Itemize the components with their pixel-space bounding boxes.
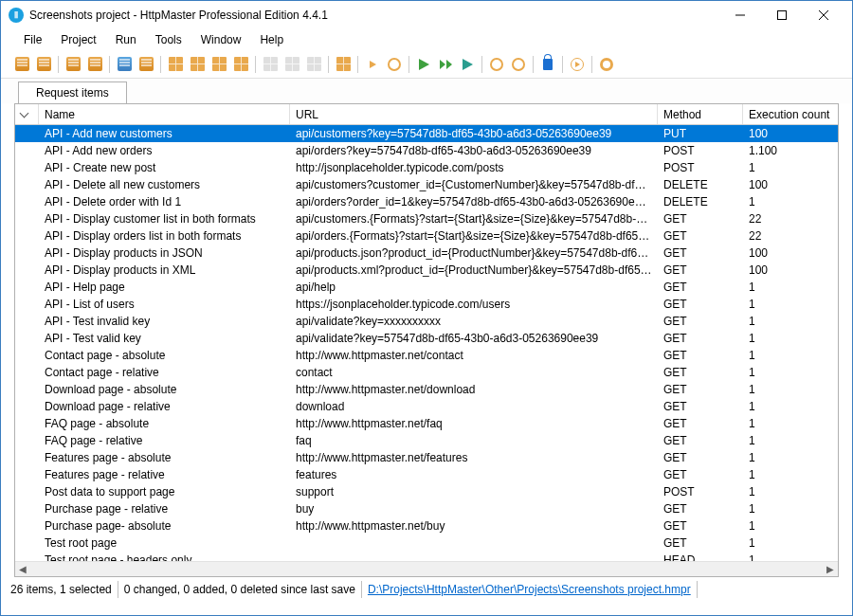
run-selected-button[interactable]	[458, 55, 477, 74]
menu-project[interactable]: Project	[51, 30, 105, 49]
table-row[interactable]: API - Test invalid keyapi/validate?key=x…	[15, 313, 838, 330]
add-item-button[interactable]	[166, 55, 185, 74]
table-row[interactable]: Features page - absolutehttp://www.httpm…	[15, 449, 838, 466]
menu-tools[interactable]: Tools	[146, 30, 191, 49]
col-exec[interactable]: Execution count	[743, 104, 838, 124]
menu-file[interactable]: File	[14, 30, 51, 49]
table-row[interactable]: API - Display products in JSONapi/produc…	[15, 245, 838, 262]
menu-help[interactable]: Help	[250, 30, 293, 49]
table-row[interactable]: API - Create new posthttp://jsonplacehol…	[15, 159, 838, 176]
table-row[interactable]: API - Delete order with Id 1api/orders?o…	[15, 193, 838, 210]
minimize-button[interactable]	[719, 1, 761, 29]
save-button[interactable]	[64, 55, 82, 74]
col-name[interactable]: Name	[39, 104, 290, 124]
disabled-1-button[interactable]	[261, 55, 280, 74]
cell-name: API - Delete all new customers	[39, 178, 290, 191]
close-button[interactable]	[803, 1, 844, 29]
table-row[interactable]: API - Delete all new customersapi/custom…	[15, 176, 838, 193]
run-circle-button[interactable]	[568, 55, 587, 74]
table-row[interactable]: Test root pageGET1	[15, 534, 838, 552]
cell-exec: 1	[743, 502, 838, 516]
run-step-button[interactable]	[363, 55, 382, 74]
cell-name: API - Display orders list in both format…	[39, 229, 290, 243]
cell-url: http://www.httpmaster.net/features	[290, 451, 658, 464]
app-icon: ⦀	[9, 8, 24, 23]
table-row[interactable]: API - Display products in XMLapi/product…	[15, 262, 838, 279]
table-row[interactable]: Post data to support pagesupportPOST1	[15, 483, 838, 500]
cell-url: download	[290, 400, 658, 413]
tab-request-items[interactable]: Request items	[18, 82, 127, 103]
table-row[interactable]: API - Add new customersapi/customers?key…	[15, 125, 838, 142]
col-url[interactable]: URL	[290, 104, 658, 124]
cell-url: http://www.httpmaster.net/faq	[290, 417, 658, 430]
disabled-2-button[interactable]	[282, 55, 301, 74]
cell-url: faq	[290, 434, 658, 447]
cell-method: GET	[658, 400, 743, 413]
separator	[357, 56, 358, 73]
group-button[interactable]	[334, 55, 353, 74]
table-row[interactable]: API - Help pageapi/helpGET1	[15, 279, 838, 296]
table-row[interactable]: API - Add new ordersapi/orders?key=57547…	[15, 142, 838, 159]
cell-method: POST	[658, 485, 743, 498]
save-as-button[interactable]	[85, 55, 104, 74]
new-project-button[interactable]	[12, 55, 31, 74]
run-all-button[interactable]	[436, 55, 455, 74]
copy-item-button[interactable]	[209, 55, 228, 74]
menu-run[interactable]: Run	[106, 30, 146, 49]
table-row[interactable]: Purchase page - relativebuyGET1	[15, 500, 838, 517]
cell-name: API - Test valid key	[39, 332, 290, 345]
maximize-button[interactable]	[761, 1, 803, 29]
cell-method: GET	[658, 468, 743, 481]
table-row[interactable]: Contact page - relativecontactGET1	[15, 364, 838, 381]
cell-method: GET	[658, 281, 743, 294]
status-changes: 0 changed, 0 added, 0 deleted since last…	[118, 581, 362, 598]
disabled-3-button[interactable]	[304, 55, 323, 74]
table-row[interactable]: Test root page - headers onlyHEAD1	[15, 552, 838, 561]
menu-window[interactable]: Window	[191, 30, 251, 49]
cell-exec: 1	[743, 383, 838, 396]
table-row[interactable]: API - Display orders list in both format…	[15, 227, 838, 245]
lock-button[interactable]	[538, 55, 557, 74]
cell-exec: 1.100	[743, 144, 838, 157]
table-row[interactable]: Features page - relativefeaturesGET1	[15, 466, 838, 483]
paste-button[interactable]	[115, 55, 134, 74]
table-row[interactable]: Contact page - absolutehttp://www.httpma…	[15, 347, 838, 364]
table-row[interactable]: API - Display customer list in both form…	[15, 210, 838, 227]
cell-name: Test root page - headers only	[39, 553, 290, 561]
table-row[interactable]: API - Test valid keyapi/validate?key=575…	[15, 330, 838, 347]
edit-item-button[interactable]	[188, 55, 207, 74]
cell-url: http://www.httpmaster.net/buy	[290, 519, 658, 533]
cell-url: api/products.xml?product_id={ProductNumb…	[290, 263, 658, 277]
col-sort[interactable]	[15, 104, 39, 124]
table-row[interactable]: FAQ page - relativefaqGET1	[15, 432, 838, 449]
cell-exec: 22	[743, 229, 838, 243]
delete-item-button[interactable]	[231, 55, 250, 74]
table-row[interactable]: Download page - relativedownloadGET1	[15, 398, 838, 415]
cell-method: POST	[658, 161, 743, 174]
horizontal-scrollbar[interactable]: ◀ ▶	[15, 561, 838, 576]
col-method[interactable]: Method	[658, 104, 743, 124]
table-row[interactable]: FAQ page - absolutehttp://www.httpmaster…	[15, 415, 838, 432]
scroll-left-icon[interactable]: ◀	[15, 562, 30, 577]
scroll-right-icon[interactable]: ▶	[823, 562, 838, 577]
settings-button[interactable]	[597, 55, 616, 74]
cell-exec: 1	[743, 366, 838, 379]
run-button[interactable]	[414, 55, 433, 74]
refresh-button[interactable]	[136, 55, 155, 74]
schedule-2-button[interactable]	[509, 55, 528, 74]
table-row[interactable]: Purchase page- absolutehttp://www.httpma…	[15, 517, 838, 534]
table-row[interactable]: Download page - absolutehttp://www.httpm…	[15, 381, 838, 398]
cell-url: api/orders?order_id=1&key=57547d8b-df65-…	[290, 195, 658, 208]
status-path-link[interactable]: D:\Projects\HttpMaster\Other\Projects\Sc…	[362, 581, 698, 598]
schedule-1-button[interactable]	[487, 55, 506, 74]
cell-url: api/orders?key=57547d8b-df65-43b0-a6d3-0…	[290, 144, 658, 157]
cell-name: API - List of users	[39, 298, 290, 311]
grid-body[interactable]: API - Add new customersapi/customers?key…	[15, 125, 838, 561]
open-project-button[interactable]	[34, 55, 53, 74]
run-options-button[interactable]	[385, 55, 404, 74]
separator	[255, 56, 256, 73]
table-row[interactable]: API - List of usershttps://jsonplacehold…	[15, 296, 838, 313]
separator	[408, 56, 409, 73]
cell-method: POST	[658, 144, 743, 157]
cell-exec: 1	[743, 536, 838, 550]
